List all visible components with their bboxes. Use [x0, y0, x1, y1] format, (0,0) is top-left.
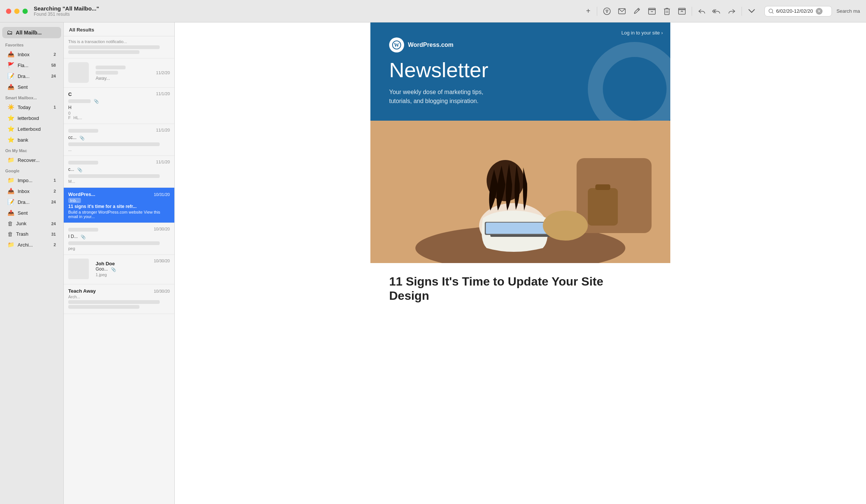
- important-badge: 1: [48, 178, 56, 182]
- msg-subject: 11 signs it's time for a site refr...: [68, 204, 170, 209]
- today-badge: 1: [48, 105, 56, 109]
- recover-label: Recover...: [18, 157, 56, 163]
- envelope-button[interactable]: [615, 4, 629, 18]
- msg-subject: I D...: [68, 234, 78, 239]
- reply-button[interactable]: [695, 4, 709, 18]
- window-title: Searching "All Mailbo...": [34, 5, 99, 12]
- msg-sender: C: [68, 91, 72, 97]
- list-item[interactable]: This is a transaction notificatio...: [64, 36, 174, 58]
- more-icon: [748, 9, 755, 14]
- list-item[interactable]: 11/1/20 c... 📎 M...: [64, 156, 174, 188]
- search-date-range: 6/02/20-12/02/20: [776, 8, 813, 14]
- list-item[interactable]: C 11/1/20 📎 H 0 F HL...: [64, 88, 174, 124]
- sidebar-item-important[interactable]: 📁 Impo... 1: [2, 175, 61, 185]
- favorites-list: 📥 Inbox 2 🚩 Fla... 58 📝 Dra... 24 📤 Sent: [0, 49, 63, 92]
- attachment-icon: 📎: [77, 168, 82, 172]
- minimize-button[interactable]: [14, 9, 19, 14]
- sent-google-label: Sent: [18, 210, 56, 216]
- inbox-google-badge: 2: [48, 189, 56, 193]
- msg-date: 11/1/20: [156, 91, 170, 97]
- sidebar-item-letterboxd-lower[interactable]: ⭐ letterboxd: [2, 113, 61, 123]
- sidebar-item-junk[interactable]: 🗑 Junk 24: [2, 218, 61, 229]
- flagged-label: Fla...: [18, 63, 45, 68]
- sent-google-icon: 📤: [7, 209, 15, 216]
- trash-button[interactable]: [660, 4, 674, 18]
- compose-button[interactable]: [630, 4, 644, 18]
- list-item-teachaway[interactable]: Teach Away 10/30/20 Arch...: [64, 284, 174, 314]
- forward-button[interactable]: [725, 4, 739, 18]
- sidebar-item-bank[interactable]: ⭐ bank: [2, 135, 61, 145]
- inbox-icon: 📥: [7, 51, 15, 58]
- search-bar[interactable]: 6/02/20-12/02/20 ✕: [764, 6, 832, 16]
- msg-sender: Teach Away: [68, 288, 96, 294]
- drafts-icon: 📝: [7, 73, 15, 79]
- sidebar-item-archive[interactable]: 📁 Archi... 2: [2, 239, 61, 250]
- sidebar: 🗂 All Mailb... Favorites 📥 Inbox 2 🚩 Fla…: [0, 22, 64, 504]
- archive-button[interactable]: [645, 4, 659, 18]
- sidebar-item-drafts-google[interactable]: 📝 Dra... 24: [2, 197, 61, 207]
- sidebar-item-today[interactable]: ☀️ Today 1: [2, 102, 61, 112]
- toolbar-separator-3: [742, 7, 742, 16]
- svg-point-31: [543, 211, 588, 241]
- msg-sender: Joh Doe: [96, 261, 116, 266]
- drafts-google-label: Dra...: [18, 199, 45, 205]
- msg-subject: cc...: [68, 135, 76, 140]
- toolbar-separator-2: [692, 7, 692, 16]
- attachment-icon: 📎: [81, 235, 86, 239]
- close-button[interactable]: [6, 9, 11, 14]
- email-header-banner: Log in to your site › W WordPress.com Ne…: [370, 22, 670, 121]
- sidebar-item-sent-google[interactable]: 📤 Sent: [2, 208, 61, 218]
- subtitle-line1: Your weekly dose of marketing tips,: [389, 89, 483, 95]
- list-item[interactable]: 10/30/20 I D... 📎 peg: [64, 223, 174, 255]
- article-title-line2: Design: [389, 289, 429, 302]
- all-mailboxes-item[interactable]: 🗂 All Mailb...: [2, 27, 61, 38]
- search-icon: [769, 9, 774, 14]
- message-list: All Results This is a transaction notifi…: [64, 22, 175, 504]
- replyall-button[interactable]: [710, 4, 724, 18]
- msg-preview: Build a stronger WordPress.com website V…: [68, 210, 170, 219]
- sidebar-item-drafts-favorites[interactable]: 📝 Dra... 24: [2, 71, 61, 81]
- mailbox-label: All Mailb...: [16, 30, 42, 36]
- replyall-icon: [712, 8, 721, 15]
- today-icon: ☀️: [7, 104, 15, 111]
- more-button[interactable]: [745, 4, 758, 18]
- recover-folder-icon: 📁: [7, 157, 15, 163]
- login-link[interactable]: Log in to your site ›: [621, 30, 663, 36]
- search-clear-button[interactable]: ✕: [816, 8, 823, 15]
- sidebar-item-trash[interactable]: 🗑 Trash 31: [2, 229, 61, 239]
- list-item[interactable]: Away... 11/2/20: [64, 58, 174, 88]
- maximize-button[interactable]: [22, 9, 28, 14]
- moveto-button[interactable]: [675, 4, 689, 18]
- archive-label: Archi...: [18, 242, 45, 248]
- msg-subject: c...: [68, 167, 74, 172]
- drafts-label: Dra...: [18, 73, 45, 79]
- sidebar-item-inbox-google[interactable]: 📥 Inbox 2: [2, 186, 61, 196]
- google-list: 📁 Impo... 1 📥 Inbox 2 📝 Dra... 24 📤 Sent…: [0, 175, 63, 250]
- drafts-google-badge: 24: [48, 200, 56, 204]
- list-item-wordpress[interactable]: WordPres... 10/31/20 Inb... 11 signs it'…: [64, 188, 174, 223]
- list-item[interactable]: Joh Doe Goo... 📎 1.jpeg 10/30/20: [64, 255, 174, 284]
- letterboxd-lower-label: letterboxd: [18, 115, 56, 121]
- search-mailbox-label: Search ma: [836, 8, 860, 14]
- important-icon: 📁: [7, 177, 15, 184]
- sidebar-item-inbox-favorites[interactable]: 📥 Inbox 2: [2, 49, 61, 60]
- filter-button[interactable]: [600, 4, 614, 18]
- svg-rect-29: [588, 188, 618, 226]
- message-list-scroll[interactable]: This is a transaction notificatio... Awa…: [64, 36, 174, 504]
- envelope-icon: [618, 8, 626, 14]
- svg-point-16: [769, 9, 773, 13]
- wp-brand-name: WordPress.com: [408, 42, 454, 48]
- list-item[interactable]: 11/1/20 cc... 📎 ...: [64, 124, 174, 156]
- trash-label: Trash: [16, 231, 45, 237]
- sidebar-item-flagged[interactable]: 🚩 Fla... 58: [2, 60, 61, 70]
- letterboxd-upper-icon: ⭐: [7, 126, 15, 132]
- email-hero-image: [370, 121, 670, 263]
- sidebar-item-sent-favorites[interactable]: 📤 Sent: [2, 82, 61, 92]
- all-results-label: All Results: [69, 27, 94, 33]
- attachment-icon: 📎: [111, 267, 116, 272]
- msg-date: 10/30/20: [154, 227, 170, 233]
- sidebar-item-letterboxd-upper[interactable]: ⭐ Letterboxd: [2, 124, 61, 134]
- sidebar-item-recover[interactable]: 📁 Recover...: [2, 155, 61, 165]
- mailbox-icon: 🗂: [7, 29, 13, 36]
- compose-new-button[interactable]: +: [583, 6, 594, 17]
